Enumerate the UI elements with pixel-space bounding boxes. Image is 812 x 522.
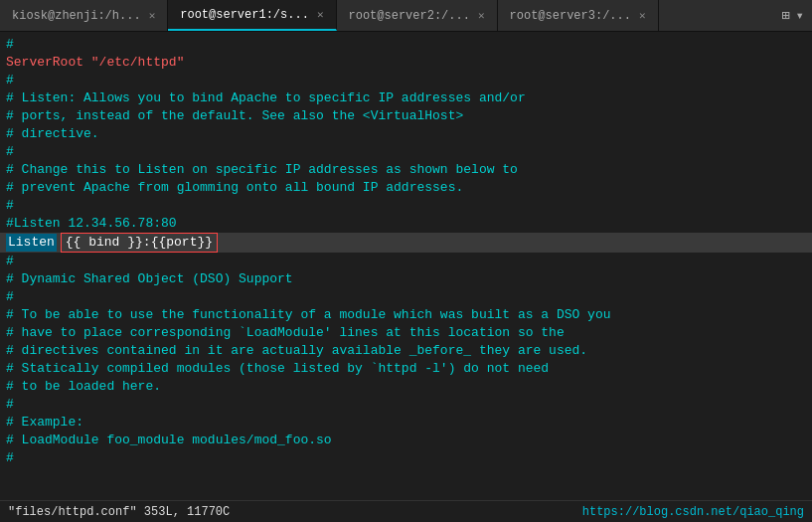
terminal-line: # Listen: Allows you to bind Apache to s… [6,89,806,107]
terminal-line: # [6,72,806,89]
terminal-line: # Example: [6,414,806,432]
terminal-line: # prevent Apache from glomming onto all … [6,179,806,197]
terminal-content: #ServerRoot "/etc/httpd"## Listen: Allow… [0,32,812,500]
terminal-line: # ports, instead of the default. See als… [6,107,806,125]
tab-kiosk-close[interactable]: ✕ [149,9,156,22]
terminal-line: # To be able to use the functionality of… [6,306,806,324]
terminal-line: # Statically compiled modules (those lis… [6,360,806,378]
terminal-line: # [6,288,806,306]
terminal-line: # Dynamic Shared Object (DSO) Support [6,270,806,288]
tab-server1[interactable]: root@server1:/s... ✕ [168,0,336,31]
tab-kiosk-label: kiosk@zhenji:/h... [12,9,141,23]
terminal-line: # [6,143,806,161]
tab-kiosk[interactable]: kiosk@zhenji:/h... ✕ [0,0,168,31]
tab-server1-label: root@server1:/s... [180,8,309,22]
status-url: https://blog.csdn.net/qiao_qing [582,505,804,519]
terminal-line: #Listen 12.34.56.78:80 [6,215,806,233]
new-tab-icon[interactable]: ⊞ [781,7,789,24]
tab-bar: kiosk@zhenji:/h... ✕ root@server1:/s... … [0,0,812,32]
terminal-line: # [6,197,806,215]
terminal-line: # [6,449,806,467]
tab-server1-close[interactable]: ✕ [317,8,324,21]
terminal-line: # [6,253,806,270]
terminal-line: # LoadModule foo_module modules/mod_foo.… [6,432,806,449]
listen-keyword: Listen [6,234,57,252]
terminal-line: # directives contained in it are actuall… [6,342,806,360]
tab-server3-close[interactable]: ✕ [639,9,646,22]
tab-actions: ⊞ ▾ [773,7,812,24]
terminal-line: # [6,396,806,414]
tab-server2[interactable]: root@server2:/... ✕ [337,0,498,31]
tab-server2-label: root@server2:/... [349,9,470,23]
terminal-lines-top: #ServerRoot "/etc/httpd"## Listen: Allow… [6,36,806,233]
terminal-line: # have to place corresponding `LoadModul… [6,324,806,342]
tab-menu-icon[interactable]: ▾ [796,7,804,24]
status-bar: "files/httpd.conf" 353L, 11770C https://… [0,500,812,522]
status-file-info: "files/httpd.conf" 353L, 11770C [8,505,230,519]
tab-server2-close[interactable]: ✕ [478,9,485,22]
terminal-line: # Change this to Listen on specific IP a… [6,161,806,179]
terminal-line: # to be loaded here. [6,378,806,396]
listen-line: Listen {{ bind }}:{{port}} [0,233,812,253]
terminal-line: # [6,36,806,54]
listen-value: {{ bind }}:{{port}} [61,233,218,253]
terminal-lines-bottom: ## Dynamic Shared Object (DSO) Support##… [6,253,806,467]
tab-server3-label: root@server3:/... [510,9,631,23]
terminal-line: ServerRoot "/etc/httpd" [6,54,806,72]
terminal-line: # directive. [6,125,806,143]
tab-server3[interactable]: root@server3:/... ✕ [498,0,659,31]
